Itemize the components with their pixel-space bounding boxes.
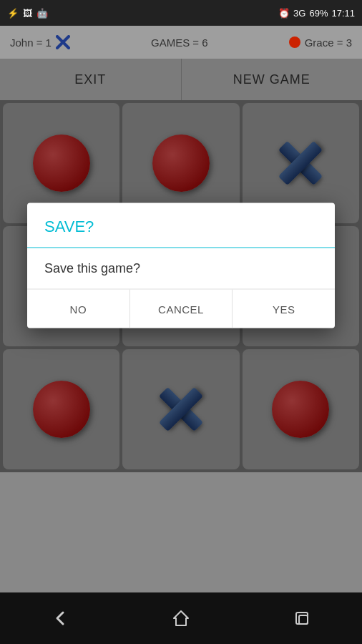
status-icons: ⚡ 🖼 🤖 [7,8,48,19]
save-dialog: SAVE? Save this game? NO CANCEL YES [27,203,335,328]
home-icon [171,608,191,628]
time-label: 17:11 [331,8,355,19]
back-button[interactable] [39,597,82,640]
nav-bar [0,592,362,644]
back-icon [50,608,70,628]
dialog-message: Save this game? [27,248,335,289]
image-icon: 🖼 [23,8,32,19]
status-bar: ⚡ 🖼 🤖 ⏰ 3G 69% 17:11 [0,0,362,26]
svg-rect-3 [296,613,308,624]
john-score-label: John = 1 [10,36,52,49]
signal-label: 3G [293,8,305,19]
john-x-icon [56,35,70,49]
clock-icon: ⏰ [278,8,290,19]
john-score: John = 1 [10,35,70,49]
dialog-actions: NO CANCEL YES [27,289,335,328]
svg-marker-2 [174,611,188,625]
status-info: ⏰ 3G 69% 17:11 [278,8,355,19]
yes-button[interactable]: YES [233,290,335,328]
android-icon: 🤖 [36,8,48,19]
svg-rect-4 [299,615,308,624]
cancel-button[interactable]: CANCEL [130,290,233,328]
games-score: GAMES = 6 [151,36,208,49]
grace-dot-icon [289,36,300,48]
score-bar: John = 1 GAMES = 6 Grace = 3 [0,26,362,59]
recent-button[interactable] [280,597,323,640]
no-button[interactable]: NO [27,290,130,328]
games-label: GAMES = 6 [151,36,208,49]
home-button[interactable] [160,597,202,640]
game-wrapper: EXIT NEW GAME SAVE? Save this [0,59,362,472]
grace-score-label: Grace = 3 [305,36,352,49]
usb-icon: ⚡ [7,8,19,19]
recent-apps-icon [292,608,312,628]
dialog-title: SAVE? [27,203,335,248]
grace-score: Grace = 3 [289,36,352,49]
battery-label: 69% [309,8,328,19]
